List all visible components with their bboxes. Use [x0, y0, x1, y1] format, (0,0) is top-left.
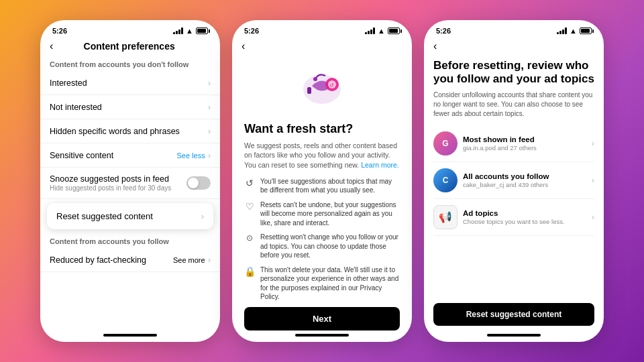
signal-icon-1	[173, 27, 183, 34]
menu-item-sensitive-label: Sensitive content	[50, 151, 176, 160]
svg-text:↺: ↺	[329, 82, 334, 88]
time-3: 5:26	[436, 27, 451, 35]
back-button-2[interactable]: ‹	[241, 40, 245, 52]
svg-rect-5	[307, 87, 311, 94]
review-item-all-accounts[interactable]: C All accounts you follow cake_baker_cj …	[433, 162, 594, 199]
phone1-content: Content from accounts you don't follow I…	[40, 56, 220, 331]
battery-icon-1	[196, 27, 208, 34]
menu-item-snooze-label: Snooze suggested posts in feed	[50, 174, 186, 184]
menu-item-not-interested-label: Not interested	[50, 103, 208, 112]
section-header-2: Content from accounts you follow	[40, 233, 220, 248]
status-icons-1: ▲	[173, 27, 208, 35]
status-bar-3: 5:26 ▲	[424, 20, 604, 38]
lock-icon: 🔒	[244, 266, 255, 277]
phone-1: 5:26 ▲ ‹ Content preferences Content fro…	[40, 20, 220, 342]
reset-suggested-content-item[interactable]: Reset suggested content ›	[47, 203, 213, 229]
snooze-toggle[interactable]	[186, 176, 211, 190]
battery-icon-2	[388, 27, 400, 34]
info-text-3: This won't delete your data. We'll still…	[260, 265, 400, 302]
chevron-sensitive: ›	[208, 150, 211, 160]
phone3-content: Before resetting, review who you follow …	[424, 56, 604, 331]
chevron-fact-checking: ›	[208, 255, 211, 265]
menu-item-hidden-words-label: Hidden specific words and phrases	[50, 127, 208, 136]
learn-more-link[interactable]: Learn more.	[361, 161, 399, 169]
status-bar-1: 5:26 ▲	[40, 20, 220, 38]
ad-topics-icon: 📢	[433, 205, 458, 229]
fresh-start-title: Want a fresh start?	[244, 122, 400, 137]
avatar-most-shown: G	[433, 131, 458, 156]
chevron-reset: ›	[201, 211, 204, 221]
menu-item-snooze[interactable]: Snooze suggested posts in feed Hide sugg…	[40, 168, 220, 199]
menu-item-snooze-sub: Hide suggested posts in feed for 30 days	[50, 184, 186, 192]
review-sub-most-shown: gia.in.a.pod and 27 others	[463, 144, 592, 152]
battery-icon-3	[580, 27, 592, 34]
phone-2: 5:26 ▲ ‹ ↺ Want a fresh sta	[232, 20, 412, 342]
chevron-most-shown: ›	[592, 138, 594, 148]
avatar-all-accounts: C	[433, 168, 458, 192]
nav-bar-1: ‹ Content preferences	[40, 38, 220, 56]
svg-point-4	[313, 77, 317, 81]
info-item-0: ↺ You'll see suggestions about topics th…	[244, 177, 400, 195]
home-indicator-3	[487, 334, 541, 337]
info-item-2: ⊙ Resetting won't change who you follow …	[244, 233, 400, 260]
chevron-not-interested: ›	[208, 102, 211, 112]
before-reset-description: Consider unfollowing accounts that share…	[433, 90, 594, 119]
review-list: G Most shown in feed gia.in.a.pod and 27…	[433, 125, 594, 236]
info-text-0: You'll see suggestions about topics that…	[260, 177, 400, 195]
signal-icon-2	[365, 27, 375, 34]
phone2-content: ↺ Want a fresh start? We suggest posts, …	[232, 56, 412, 331]
refresh-icon: ↺	[244, 178, 255, 188]
menu-item-fact-checking-label: Reduced by fact-checking	[50, 255, 173, 265]
signal-icon-3	[557, 27, 567, 34]
see-more-fact-checking[interactable]: See more	[173, 256, 205, 264]
status-bar-2: 5:26 ▲	[232, 20, 412, 38]
chevron-ad-topics: ›	[592, 212, 594, 222]
menu-item-fact-checking[interactable]: Reduced by fact-checking See more ›	[40, 248, 220, 272]
wifi-icon-1: ▲	[186, 27, 193, 35]
page-title-1: Content preferences	[58, 41, 200, 52]
fresh-start-description: We suggest posts, reels and other conten…	[244, 141, 400, 170]
section-header-1: Content from accounts you don't follow	[40, 56, 220, 71]
review-title-ad-topics: Ad topics	[463, 209, 592, 217]
info-list: ↺ You'll see suggestions about topics th…	[244, 177, 400, 302]
home-indicator-1	[103, 334, 157, 337]
nav-bar-2: ‹	[232, 38, 412, 56]
see-less-sensitive[interactable]: See less	[176, 152, 205, 160]
review-item-most-shown[interactable]: G Most shown in feed gia.in.a.pod and 27…	[433, 125, 594, 162]
before-reset-title: Before resetting, review who you follow …	[433, 59, 594, 86]
review-item-ad-topics[interactable]: 📢 Ad topics Choose topics you want to se…	[433, 199, 594, 236]
person-icon: ⊙	[244, 233, 255, 243]
nav-bar-3: ‹	[424, 38, 604, 56]
wifi-icon-3: ▲	[570, 27, 577, 35]
reset-suggested-content-button[interactable]: Reset suggested content	[433, 303, 594, 326]
status-icons-2: ▲	[365, 27, 400, 35]
chevron-interested: ›	[208, 78, 211, 88]
review-sub-ad-topics: Choose topics you want to see less.	[463, 218, 592, 225]
chevron-hidden-words: ›	[208, 126, 211, 136]
review-title-most-shown: Most shown in feed	[463, 135, 592, 143]
time-1: 5:26	[52, 27, 67, 35]
review-sub-all-accounts: cake_baker_cj and 439 others	[463, 181, 592, 188]
heart-icon: ♡	[244, 201, 255, 212]
wifi-icon-2: ▲	[378, 27, 385, 35]
home-indicator-2	[295, 334, 349, 337]
time-2: 5:26	[244, 27, 259, 35]
status-icons-3: ▲	[557, 27, 592, 35]
info-item-3: 🔒 This won't delete your data. We'll sti…	[244, 265, 400, 302]
back-button-3[interactable]: ‹	[433, 40, 437, 52]
reset-box-label: Reset suggested content	[56, 211, 153, 221]
menu-item-interested-label: Interested	[50, 78, 208, 88]
back-button-1[interactable]: ‹	[50, 40, 53, 52]
chevron-all-accounts: ›	[592, 175, 594, 185]
menu-item-hidden-words[interactable]: Hidden specific words and phrases ›	[40, 119, 220, 143]
info-text-1: Resets can't be undone, but your suggest…	[260, 200, 400, 228]
info-item-1: ♡ Resets can't be undone, but your sugge…	[244, 200, 400, 228]
fresh-start-illustration: ↺	[244, 66, 400, 115]
info-text-2: Resetting won't change who you follow or…	[260, 233, 400, 260]
illustration-svg: ↺	[295, 66, 349, 113]
menu-item-not-interested[interactable]: Not interested ›	[40, 95, 220, 119]
review-title-all-accounts: All accounts you follow	[463, 172, 592, 180]
next-button[interactable]: Next	[244, 307, 400, 330]
menu-item-sensitive[interactable]: Sensitive content See less ›	[40, 143, 220, 168]
menu-item-interested[interactable]: Interested ›	[40, 71, 220, 95]
